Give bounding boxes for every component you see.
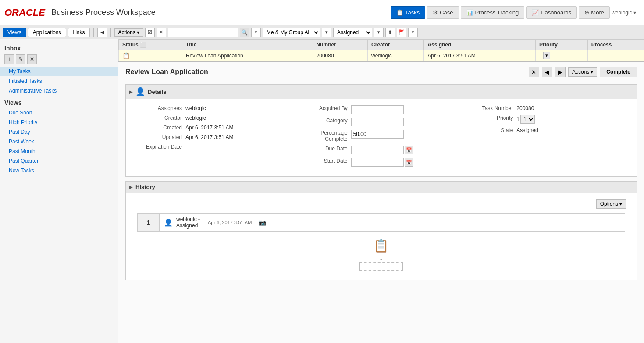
actions-button[interactable]: Actions ▾	[114, 28, 143, 37]
detail-actions-dropdown-icon: ▾	[591, 69, 593, 75]
detail-row-assignees: Assignees weblogic	[137, 105, 294, 111]
col-title: Title	[182, 40, 313, 50]
applications-tab[interactable]: Applications	[28, 28, 66, 37]
task-number-value: 200080	[516, 105, 534, 111]
sidebar-item-past-quarter[interactable]: Past Quarter	[0, 156, 118, 166]
flag-dropdown-btn[interactable]: ▾	[408, 28, 418, 37]
history-section-title: History	[135, 184, 155, 190]
task-table: Status ⬜ Title Number Creator Assigned P…	[118, 39, 644, 61]
sidebar-item-past-week[interactable]: Past Week	[0, 137, 118, 146]
process-tracking-icon: 📊	[466, 9, 473, 16]
process-tracking-label: Process Tracking	[475, 9, 519, 16]
acquired-by-input[interactable]	[351, 105, 404, 114]
sidebar-item-administrative-tasks[interactable]: Administrative Tasks	[0, 86, 118, 96]
history-status: Assigned	[176, 222, 200, 229]
complete-button[interactable]: Complete	[600, 67, 637, 77]
next-task-btn[interactable]: ▶	[555, 67, 566, 77]
tasks-icon: 📋	[396, 9, 403, 16]
add-view-btn[interactable]: +	[4, 54, 14, 64]
assigned-filter-select[interactable]: Assigned All Completed	[333, 28, 372, 37]
history-options: Options ▾	[133, 197, 630, 211]
dashboards-nav-button[interactable]: 📈 Dashboards	[526, 6, 577, 19]
start-date-label: Start Date	[303, 158, 351, 164]
task-number-label: Task Number	[468, 105, 516, 111]
start-date-input[interactable]	[351, 158, 404, 167]
assigned-dropdown-btn[interactable]: ▾	[374, 28, 384, 37]
flag-btn[interactable]: 🚩	[397, 28, 406, 37]
percentage-complete-input[interactable]	[351, 130, 404, 139]
details-grid: Assignees weblogic Creator weblogic Crea…	[133, 104, 630, 172]
more-label: More	[591, 9, 604, 16]
details-section-header[interactable]: ▶ 👤 Details	[126, 85, 637, 99]
actions-dropdown-icon: ▾	[137, 29, 139, 36]
prev-task-btn[interactable]: ◀	[542, 67, 552, 77]
case-nav-button[interactable]: ⚙ Case	[427, 6, 459, 19]
process-diagram: 📋 ↓	[133, 234, 630, 275]
detail-actions-btn[interactable]: Actions ▾	[568, 67, 597, 77]
created-value: Apr 6, 2017 3:51 AM	[185, 125, 233, 131]
table-row[interactable]: 📋 Review Loan Application 200080 weblogi…	[119, 50, 644, 61]
priority-dropdown-btn[interactable]: ▾	[543, 52, 550, 59]
details-section-content: Assignees weblogic Creator weblogic Crea…	[126, 99, 637, 176]
history-user-icon: 👤	[164, 218, 173, 227]
due-date-calendar-btn[interactable]: 📅	[405, 146, 413, 154]
detail-row-task-number: Task Number 200080	[468, 105, 625, 111]
detail-row-created: Created Apr 6, 2017 3:51 AM	[137, 125, 294, 131]
dashboards-icon: 📈	[532, 9, 539, 16]
group-filter-select[interactable]: Me & My Group All Me My Group	[263, 28, 320, 37]
col-process: Process	[587, 40, 644, 50]
search-dropdown-btn[interactable]: ▾	[251, 28, 261, 37]
sidebar-item-my-tasks[interactable]: My Tasks	[0, 67, 118, 76]
priority-label: Priority	[468, 115, 516, 121]
more-nav-button[interactable]: ⊕ More	[579, 6, 610, 19]
delete-view-btn[interactable]: ✕	[27, 54, 37, 64]
due-date-input[interactable]	[351, 146, 404, 154]
process-end-box	[359, 262, 403, 271]
process-task-icon: 📋	[374, 239, 389, 253]
task-assigned-cell: Apr 6, 2017 3:51 AM	[424, 50, 536, 61]
collapse-sidebar-btn[interactable]: ◀	[97, 28, 107, 37]
close-detail-btn[interactable]: ✕	[529, 67, 539, 77]
checkbox-icon[interactable]: ☑	[145, 28, 155, 37]
history-collapse-icon: ▶	[129, 185, 133, 189]
assignees-label: Assignees	[137, 105, 185, 111]
sidebar-item-high-priority[interactable]: High Priority	[0, 118, 118, 127]
detail-header: Review Loan Application ✕ ◀ ▶ Actions ▾ …	[125, 67, 637, 80]
start-date-calendar-btn[interactable]: 📅	[405, 158, 413, 167]
history-user-info: weblogic - Assigned	[176, 216, 200, 229]
category-input[interactable]	[351, 118, 404, 126]
links-tab[interactable]: Links	[68, 28, 90, 37]
main-layout: Inbox + ✎ ✕ My Tasks Initiated Tasks Adm…	[0, 39, 644, 343]
detail-row-state: State Assigned	[468, 127, 625, 133]
edit-view-btn[interactable]: ✎	[16, 54, 25, 64]
creator-label: Creator	[137, 115, 185, 121]
process-tracking-nav-button[interactable]: 📊 Process Tracking	[461, 6, 525, 19]
state-label: State	[468, 127, 516, 133]
col-assigned: Assigned	[424, 40, 536, 50]
detail-row-acquired-by: Acquired By	[303, 105, 460, 114]
priority-select[interactable]: 123	[520, 115, 535, 124]
search-button[interactable]: 🔍	[240, 28, 249, 37]
search-input[interactable]	[168, 28, 238, 37]
detail-row-start-date: Start Date 📅	[303, 158, 460, 167]
user-label: weblogic ▾	[612, 10, 636, 16]
priority-value: 1	[516, 116, 519, 122]
sidebar-item-past-month[interactable]: Past Month	[0, 146, 118, 156]
x-icon[interactable]: ✕	[157, 28, 166, 37]
sidebar-item-new-tasks[interactable]: New Tasks	[0, 166, 118, 175]
tasks-nav-button[interactable]: 📋 Tasks	[391, 6, 425, 19]
sidebar-item-past-day[interactable]: Past Day	[0, 127, 118, 137]
sidebar-item-initiated-tasks[interactable]: Initiated Tasks	[0, 76, 118, 86]
history-camera-icon[interactable]: 📷	[259, 219, 266, 226]
task-title-cell[interactable]: Review Loan Application	[182, 50, 313, 61]
options-button[interactable]: Options ▾	[596, 199, 626, 209]
views-tab[interactable]: Views	[3, 28, 26, 37]
group-filter-dropdown-btn[interactable]: ▾	[322, 28, 331, 37]
upload-btn[interactable]: ⬆	[385, 28, 395, 37]
task-list-area: Status ⬜ Title Number Creator Assigned P…	[118, 39, 644, 62]
sidebar: Inbox + ✎ ✕ My Tasks Initiated Tasks Adm…	[0, 39, 118, 343]
history-section-content: Options ▾ 1 👤 weblogic - Assigned A	[126, 193, 637, 280]
acquired-by-label: Acquired By	[303, 105, 351, 111]
history-section-header[interactable]: ▶ History	[126, 182, 637, 193]
sidebar-item-due-soon[interactable]: Due Soon	[0, 108, 118, 118]
